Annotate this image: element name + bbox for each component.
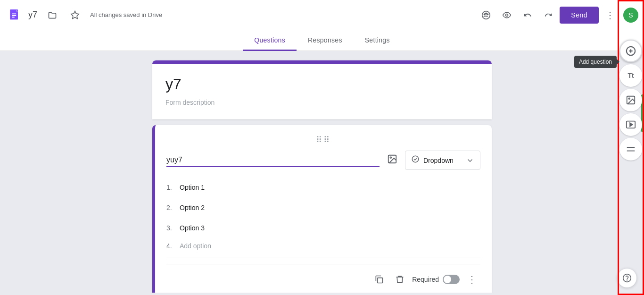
more-dots-icon: ⋮ xyxy=(605,9,615,21)
dropdown-type-icon xyxy=(411,155,420,166)
topbar-left: y7 All changes saved in Drive xyxy=(6,6,477,25)
drag-handle[interactable]: ⠿⠿ xyxy=(166,135,480,145)
app-icon xyxy=(6,6,25,25)
option-3-num: 3. xyxy=(166,224,180,232)
required-label: Required xyxy=(412,276,439,283)
more-vert-icon: ⋮ xyxy=(467,274,477,285)
add-question-sidebar-button[interactable] xyxy=(619,40,642,62)
option-row: 1. Option 1 ✕ xyxy=(166,177,480,198)
add-option-button[interactable]: Add option xyxy=(180,242,211,250)
delete-icon xyxy=(395,275,405,284)
dropdown-chevron-icon xyxy=(466,156,474,165)
option-1-num: 1. xyxy=(166,184,180,191)
duplicate-question-button[interactable] xyxy=(371,271,388,288)
question-type-dropdown[interactable]: Dropdown xyxy=(405,151,480,170)
svg-point-7 xyxy=(484,14,486,15)
more-options-button[interactable]: ⋮ xyxy=(601,6,619,25)
topbar: y7 All changes saved in Drive xyxy=(0,0,644,30)
card-footer: Required ⋮ xyxy=(166,264,480,289)
add-option-row: 4. Add option xyxy=(166,238,480,254)
form-container: y7 Form description ⠿⠿ xyxy=(152,60,492,283)
svg-marker-21 xyxy=(630,123,633,126)
add-video-sidebar-button[interactable] xyxy=(619,113,642,136)
redo-button[interactable] xyxy=(539,6,558,25)
question-card: ⠿⠿ xyxy=(152,125,492,293)
option-1-text[interactable]: Option 1 xyxy=(180,184,468,191)
delete-question-button[interactable] xyxy=(391,271,408,288)
right-sidebar: Tt xyxy=(618,30,644,160)
form-title-topbar: y7 xyxy=(28,10,37,20)
question-row: Dropdown xyxy=(166,151,480,170)
send-button[interactable]: Send xyxy=(560,7,599,24)
video-icon xyxy=(626,119,636,130)
question-input[interactable] xyxy=(166,154,380,167)
required-toggle[interactable] xyxy=(443,275,460,284)
image-icon xyxy=(626,95,636,105)
folder-button[interactable] xyxy=(43,6,62,25)
title-text-icon: Tt xyxy=(627,72,634,79)
main-content: y7 Form description ⠿⠿ xyxy=(0,51,644,293)
option-2-text[interactable]: Option 2 xyxy=(180,204,468,211)
tab-responses[interactable]: Responses xyxy=(297,31,354,51)
svg-point-25 xyxy=(627,280,627,280)
svg-rect-14 xyxy=(378,278,383,283)
add-section-sidebar-button[interactable] xyxy=(619,138,642,160)
add-question-tooltip: Add question xyxy=(574,56,617,68)
title-card: y7 Form description xyxy=(152,60,492,119)
tab-settings[interactable]: Settings xyxy=(354,31,401,51)
help-button[interactable] xyxy=(618,269,636,287)
form-description[interactable]: Form description xyxy=(165,99,479,106)
option-3-text[interactable]: Option 3 xyxy=(180,224,468,232)
option-row: 2. Option 2 ✕ xyxy=(166,198,480,218)
svg-rect-4 xyxy=(12,17,15,17)
section-icon xyxy=(626,144,636,154)
saved-status: All changes saved in Drive xyxy=(90,11,162,18)
svg-point-6 xyxy=(482,11,490,19)
question-more-button[interactable]: ⋮ xyxy=(463,270,480,289)
svg-point-13 xyxy=(412,156,419,162)
form-title[interactable]: y7 xyxy=(165,76,479,93)
svg-point-12 xyxy=(390,157,391,158)
preview-button[interactable] xyxy=(497,6,516,25)
option-row: 3. Option 3 ✕ xyxy=(166,218,480,238)
svg-point-24 xyxy=(623,274,631,282)
avatar[interactable]: S xyxy=(623,8,638,23)
svg-point-8 xyxy=(486,13,487,14)
palette-button[interactable] xyxy=(477,6,495,25)
footer-divider xyxy=(166,258,480,258)
svg-point-19 xyxy=(628,98,630,99)
star-button[interactable] xyxy=(66,6,84,25)
question-type-label: Dropdown xyxy=(423,157,454,164)
svg-rect-2 xyxy=(12,13,16,14)
add-image-to-question-button[interactable] xyxy=(385,152,399,169)
svg-marker-5 xyxy=(71,11,79,18)
svg-point-9 xyxy=(487,14,488,15)
add-title-sidebar-button[interactable]: Tt xyxy=(619,64,642,87)
tabbar: Questions Responses Settings xyxy=(0,30,644,51)
add-question-icon xyxy=(626,46,636,56)
svg-rect-3 xyxy=(12,15,16,16)
add-image-sidebar-button[interactable] xyxy=(619,89,642,111)
add-option-num: 4. xyxy=(166,242,180,250)
topbar-right: Send ⋮ S xyxy=(477,6,638,25)
tab-questions[interactable]: Questions xyxy=(243,31,297,51)
undo-button[interactable] xyxy=(518,6,537,25)
duplicate-icon xyxy=(374,275,384,284)
option-2-num: 2. xyxy=(166,204,180,211)
svg-point-10 xyxy=(506,14,508,16)
